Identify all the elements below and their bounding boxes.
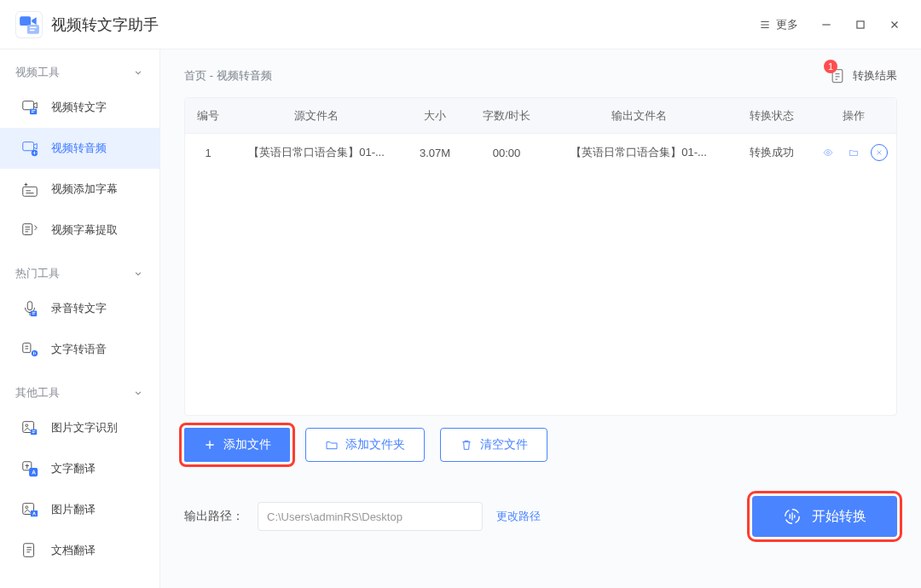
svg-rect-10: [31, 311, 37, 316]
cell-ops: [811, 144, 896, 161]
th-duration: 字数/时长: [468, 108, 545, 124]
th-size: 大小: [402, 108, 468, 124]
image-ocr-icon: [20, 418, 39, 437]
sidebar-group-header[interactable]: 视频工具: [0, 49, 159, 87]
add-file-label: 添加文件: [223, 437, 271, 453]
sidebar-group-title: 其他工具: [15, 385, 60, 401]
sidebar-item-audio-to-text[interactable]: 录音转文字: [0, 288, 159, 329]
svg-point-19: [26, 506, 28, 509]
preview-icon[interactable]: [820, 144, 837, 161]
cell-src-name: 【英语日常口语合集】01-...: [231, 145, 402, 160]
table-header-row: 编号 源文件名 大小 字数/时长 输出文件名 转换状态 操作: [185, 98, 896, 134]
main-panel: 首页 - 视频转音频 1 转换结果 编号 源文件名 大小 字数/时长 输出文件名…: [160, 49, 921, 588]
video-subtitle-icon: [20, 180, 39, 199]
breadcrumb-home[interactable]: 首页: [184, 69, 206, 82]
doc-translate-icon: [20, 541, 39, 560]
sidebar-item-text-to-speech[interactable]: 文字转语音: [0, 329, 159, 370]
subtitle-extract-icon: [20, 221, 39, 239]
svg-rect-0: [20, 16, 31, 26]
sidebar-item-video-subtitle-extract[interactable]: 视频字幕提取: [0, 210, 159, 251]
plus-icon: [203, 438, 217, 452]
breadcrumb-sep: -: [210, 69, 217, 82]
th-src: 源文件名: [231, 108, 402, 124]
text-to-speech-icon: [20, 340, 39, 359]
sidebar-item-video-to-text[interactable]: 视频转文字: [0, 87, 159, 128]
sidebar-item-label: 文字转语音: [51, 342, 107, 357]
video-to-audio-icon: [20, 139, 39, 158]
clear-files-button[interactable]: 清空文件: [440, 428, 547, 462]
sidebar-item-image-translate[interactable]: 图片翻译: [0, 489, 159, 530]
sidebar-item-label: 视频转音频: [51, 141, 107, 156]
sidebar-item-text-translate[interactable]: 文字翻译: [0, 448, 159, 489]
sidebar-group-header[interactable]: 热门工具: [0, 251, 159, 288]
svg-point-23: [827, 152, 830, 154]
open-folder-icon[interactable]: [845, 144, 862, 161]
sidebar-item-label: 图片翻译: [51, 502, 96, 517]
svg-rect-1: [27, 25, 39, 34]
cell-size: 3.07M: [402, 147, 468, 159]
chevron-down-icon: [132, 66, 144, 78]
remove-icon[interactable]: [871, 144, 888, 161]
th-out: 输出文件名: [545, 108, 733, 124]
app-logo-icon: [15, 11, 43, 38]
th-ops: 操作: [811, 108, 896, 124]
sidebar-item-video-to-audio[interactable]: 视频转音频: [0, 128, 159, 169]
chevron-down-icon: [132, 387, 144, 399]
video-to-text-icon: [20, 98, 39, 117]
table-row[interactable]: 1 【英语日常口语合集】01-... 3.07M 00:00 【英语日常口语合集…: [185, 134, 896, 171]
clear-files-label: 清空文件: [480, 437, 528, 453]
cell-status: 转换成功: [733, 145, 811, 160]
start-convert-label: 开始转换: [812, 508, 866, 526]
add-folder-label: 添加文件夹: [345, 437, 405, 453]
window-maximize-button[interactable]: [846, 10, 875, 39]
titlebar: 视频转文字助手 更多: [0, 0, 921, 49]
add-folder-button[interactable]: 添加文件夹: [305, 428, 425, 462]
audio-to-text-icon: [20, 299, 39, 318]
more-label: 更多: [776, 17, 798, 32]
window-close-button[interactable]: [880, 10, 909, 39]
results-label: 转换结果: [853, 68, 897, 84]
more-menu-button[interactable]: 更多: [750, 14, 807, 36]
svg-rect-3: [23, 101, 34, 110]
sidebar-item-label: 视频字幕提取: [51, 222, 118, 238]
convert-icon: [783, 507, 802, 526]
folder-icon: [325, 438, 339, 452]
image-translate-icon: [20, 500, 39, 519]
results-button[interactable]: 1 转换结果: [829, 66, 897, 85]
sidebar-group-title: 热门工具: [15, 266, 60, 281]
sidebar: 视频工具 视频转文字 视频转音频 视频添加字幕 视频字幕提取 热门工具 录音转文…: [0, 49, 160, 588]
breadcrumb-current: 视频转音频: [217, 69, 272, 82]
add-file-button[interactable]: 添加文件: [184, 428, 290, 462]
chevron-down-icon: [132, 268, 144, 280]
results-badge: 1: [824, 60, 837, 73]
svg-point-14: [26, 424, 28, 427]
start-convert-button[interactable]: 开始转换: [752, 496, 897, 537]
cell-out-name: 【英语日常口语合集】01-...: [545, 145, 733, 160]
th-status: 转换状态: [733, 108, 811, 124]
sidebar-item-label: 视频转文字: [51, 100, 107, 115]
sidebar-item-label: 录音转文字: [51, 301, 107, 316]
cell-duration: 00:00: [468, 147, 545, 159]
text-translate-icon: [20, 459, 39, 478]
output-path-field[interactable]: [258, 502, 483, 531]
sidebar-group-header[interactable]: 其他工具: [0, 370, 159, 407]
footer: 输出路径： 更改路径 开始转换: [160, 462, 921, 556]
app-title: 视频转文字助手: [51, 14, 159, 35]
svg-rect-11: [23, 343, 31, 353]
svg-rect-2: [857, 20, 864, 27]
sidebar-item-image-ocr[interactable]: 图片文字识别: [0, 407, 159, 448]
sidebar-item-video-add-subtitle[interactable]: 视频添加字幕: [0, 169, 159, 210]
change-path-link[interactable]: 更改路径: [496, 509, 541, 524]
sidebar-item-label: 文字翻译: [51, 461, 96, 476]
svg-rect-7: [23, 187, 38, 196]
file-table: 编号 源文件名 大小 字数/时长 输出文件名 转换状态 操作 1 【英语日常口语…: [184, 97, 897, 416]
th-index: 编号: [185, 108, 231, 124]
breadcrumb: 首页 - 视频转音频: [184, 68, 272, 84]
sidebar-group-title: 视频工具: [15, 65, 60, 80]
svg-rect-9: [27, 302, 32, 310]
window-minimize-button[interactable]: [812, 10, 841, 39]
trash-icon: [460, 438, 473, 452]
sidebar-item-doc-translate[interactable]: 文档翻译: [0, 530, 159, 571]
svg-point-12: [32, 350, 38, 356]
sidebar-item-label: 图片文字识别: [51, 420, 118, 435]
